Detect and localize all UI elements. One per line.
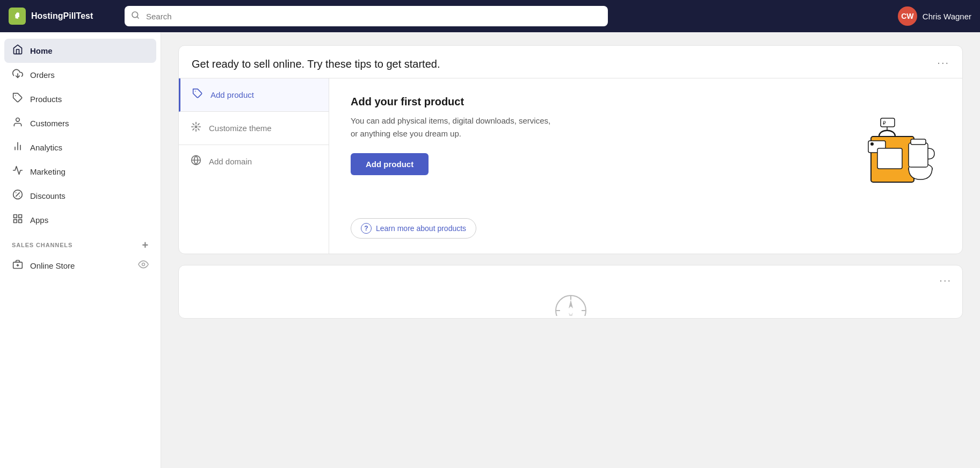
svg-rect-29 (909, 143, 928, 167)
sidebar-item-label: Analytics (30, 143, 62, 152)
svg-point-26 (870, 142, 874, 146)
learn-more-section: ? Learn more about products (329, 207, 962, 254)
svg-rect-14 (14, 220, 17, 223)
card-menu-button[interactable]: ··· (937, 56, 949, 69)
brand-name: HostingPillTest (31, 11, 93, 21)
sidebar-item-label: Apps (30, 215, 48, 225)
getting-started-card: Get ready to sell online. Try these tips… (178, 45, 963, 254)
search-input[interactable] (125, 6, 608, 26)
step-label: Customize theme (209, 124, 272, 133)
sidebar-item-online-store[interactable]: Online Store (4, 254, 156, 278)
sidebar-item-products[interactable]: Products (4, 87, 156, 111)
sidebar: Home Orders Products Customers Analytics… (0, 32, 161, 468)
sidebar-item-label: Customers (30, 119, 69, 128)
step-detail-description: You can add physical items, digital down… (351, 114, 555, 140)
add-domain-step-icon (190, 155, 202, 168)
step-item-add-domain[interactable]: Add domain (179, 145, 329, 178)
svg-rect-27 (877, 148, 902, 169)
steps-panel: Add product Customize theme Add domain A… (179, 78, 962, 254)
avatar[interactable]: CW (898, 6, 917, 26)
step-label: Add product (210, 90, 254, 99)
step-item-add-product[interactable]: Add product (179, 78, 329, 112)
apps-icon (12, 213, 24, 227)
sidebar-item-label: Products (30, 95, 62, 104)
svg-line-9 (16, 193, 20, 197)
svg-point-4 (16, 118, 20, 122)
steps-list: Add product Customize theme Add domain (179, 78, 329, 254)
learn-more-label: Learn more about products (376, 224, 466, 233)
second-card: ··· (178, 265, 963, 319)
search-bar (125, 6, 608, 26)
marketing-icon (12, 165, 24, 178)
product-illustration: ₽ (833, 96, 941, 190)
svg-marker-39 (569, 300, 573, 308)
brand-logo-area[interactable]: HostingPillTest (9, 8, 116, 25)
search-icon (131, 11, 140, 21)
analytics-icon (12, 141, 24, 154)
svg-marker-40 (569, 313, 573, 316)
sidebar-item-label: Marketing (30, 167, 66, 176)
compass-illustration (549, 284, 592, 318)
sidebar-item-home[interactable]: Home (4, 39, 156, 63)
step-detail-panel: Add your first product You can add physi… (329, 78, 962, 207)
card-header: Get ready to sell online. Try these tips… (179, 46, 962, 78)
top-navigation: HostingPillTest CW Chris Wagner (0, 0, 980, 32)
sidebar-item-customers[interactable]: Customers (4, 111, 156, 135)
discounts-icon (12, 189, 24, 203)
online-store-label: Online Store (30, 261, 75, 270)
sidebar-item-orders[interactable]: Orders (4, 63, 156, 87)
svg-rect-13 (19, 215, 22, 218)
svg-point-19 (142, 263, 145, 266)
main-content: Get ready to sell online. Try these tips… (161, 32, 980, 468)
user-section: CW Chris Wagner (898, 6, 971, 26)
sidebar-item-marketing[interactable]: Marketing (4, 160, 156, 184)
svg-rect-12 (14, 215, 17, 218)
svg-point-21 (195, 126, 197, 127)
home-icon (12, 44, 24, 57)
svg-line-1 (137, 17, 139, 18)
sidebar-item-discounts[interactable]: Discounts (4, 184, 156, 208)
products-icon (12, 92, 24, 106)
step-detail-title: Add your first product (351, 96, 833, 108)
sidebar-item-analytics[interactable]: Analytics (4, 135, 156, 160)
customize-theme-step-icon (190, 121, 202, 135)
shopify-logo-icon (9, 8, 26, 25)
add-product-button[interactable]: Add product (351, 153, 429, 175)
sidebar-item-label: Orders (30, 70, 55, 80)
online-store-icon (12, 259, 24, 272)
user-name: Chris Wagner (923, 12, 971, 21)
add-product-step-icon (191, 88, 204, 102)
add-sales-channel-button[interactable]: + (142, 240, 149, 250)
sales-channels-label: SALES CHANNELS + (4, 232, 156, 254)
question-icon: ? (361, 223, 372, 234)
sidebar-item-label: Home (30, 46, 53, 55)
svg-text:₽: ₽ (883, 120, 886, 126)
card2-menu-button[interactable]: ··· (939, 274, 952, 286)
card-title: Get ready to sell online. Try these tips… (192, 56, 440, 71)
sidebar-item-apps[interactable]: Apps (4, 208, 156, 232)
customers-icon (12, 117, 24, 130)
sidebar-item-label: Discounts (30, 191, 66, 200)
eye-icon[interactable] (138, 259, 149, 272)
learn-more-button[interactable]: ? Learn more about products (351, 218, 476, 239)
step-label: Add domain (209, 157, 252, 166)
step-item-customize-theme[interactable]: Customize theme (179, 112, 329, 145)
orders-icon (12, 68, 24, 82)
svg-rect-30 (911, 139, 926, 145)
svg-rect-15 (19, 220, 22, 223)
